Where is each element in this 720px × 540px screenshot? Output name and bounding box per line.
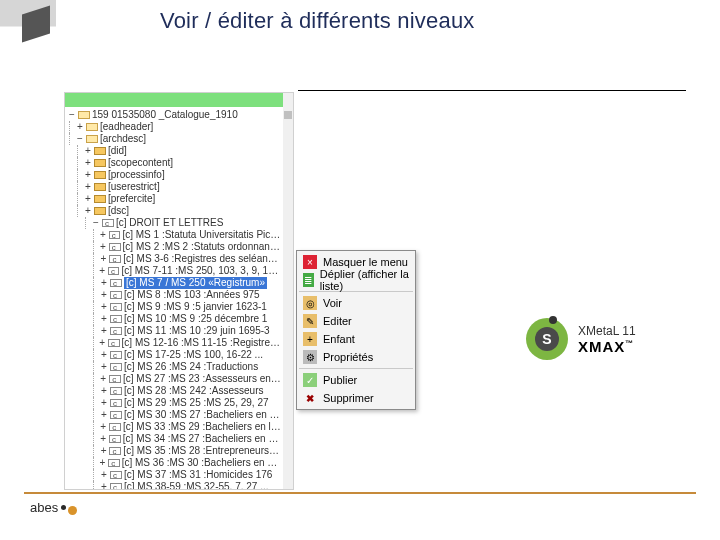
dot-icon xyxy=(68,506,77,515)
tree-row[interactable]: +[c] MS 26 :MS 24 :Traductions xyxy=(67,361,281,373)
tree-row[interactable]: +[c] MS 34 :MS 27 :Bacheliers en éco xyxy=(67,433,281,445)
tree-row[interactable]: +[c] MS 9 :MS 9 :5 janvier 1623-1 xyxy=(67,301,281,313)
expand-glyph-icon[interactable]: + xyxy=(99,253,109,265)
menu-item-eye[interactable]: ◎Voir xyxy=(299,294,413,312)
tree-row[interactable]: −[c] DROIT ET LETTRES xyxy=(67,217,281,229)
menu-item-publish[interactable]: ✓Publier xyxy=(299,371,413,389)
tree-row[interactable]: +[c] MS 29 :MS 25 :MS 25, 29, 27 xyxy=(67,397,281,409)
dot-icon xyxy=(61,505,66,510)
tree-row[interactable]: +[c] MS 38-59 :MS 32-55, 7, 27 ... xyxy=(67,481,281,490)
expand-glyph-icon[interactable]: + xyxy=(98,457,108,469)
tree-row[interactable]: +[c] MS 28 :MS 242 :Assesseurs xyxy=(67,385,281,397)
expand-glyph-icon[interactable]: + xyxy=(99,385,109,397)
expand-glyph-icon[interactable]: + xyxy=(99,409,109,421)
tree-row[interactable]: +[c] MS 12-16 :MS 11-15 :Registres de xyxy=(67,337,281,349)
tree-row[interactable]: +[did] xyxy=(67,145,281,157)
tree-row[interactable]: +[scopecontent] xyxy=(67,157,281,169)
expand-glyph-icon[interactable]: + xyxy=(98,433,108,445)
expand-glyph-icon[interactable]: + xyxy=(99,325,109,337)
expand-glyph-icon[interactable]: + xyxy=(98,337,108,349)
tree-row[interactable]: +[c] MS 30 :MS 27 :Bacheliers en Th xyxy=(67,409,281,421)
eye-icon: ◎ xyxy=(303,296,317,310)
menu-item-child[interactable]: +Enfant xyxy=(299,330,413,348)
tree[interactable]: −159 01535080 _Catalogue_1910+[eadheader… xyxy=(67,109,281,489)
folder-icon xyxy=(94,159,106,167)
expand-glyph-icon[interactable]: + xyxy=(83,205,93,217)
tree-row[interactable]: +[c] MS 36 :MS 30 :Bacheliers en Droit xyxy=(67,457,281,469)
expand-glyph-icon[interactable]: − xyxy=(91,217,101,229)
menu-item-props[interactable]: ⚙Propriétés xyxy=(299,348,413,366)
tree-label: [c] MS 2 :MS 2 :Statuts ordonnances xyxy=(123,241,281,253)
tree-row[interactable]: +[c] MS 27 :MS 23 :Assesseurs en Cr xyxy=(67,373,281,385)
tree-row[interactable]: +[c] MS 8 :MS 103 :Années 975 xyxy=(67,289,281,301)
tree-row[interactable]: −[archdesc] xyxy=(67,133,281,145)
expand-glyph-icon[interactable]: + xyxy=(83,181,93,193)
expand-glyph-icon[interactable]: + xyxy=(99,361,109,373)
expand-glyph-icon[interactable]: + xyxy=(99,481,109,490)
c-icon xyxy=(109,423,121,431)
tree-row[interactable]: +[userestrict] xyxy=(67,181,281,193)
menu-item-tree[interactable]: ≣Déplier (afficher la liste) xyxy=(299,271,413,289)
expand-glyph-icon[interactable]: + xyxy=(99,397,109,409)
tree-row[interactable]: +[c] MS 35 :MS 28 :Entrepreneurs de xyxy=(67,445,281,457)
menu-item-delete[interactable]: ✖Supprimer xyxy=(299,389,413,407)
expand-glyph-icon[interactable]: − xyxy=(67,109,77,121)
tree-row[interactable]: −159 01535080 _Catalogue_1910 xyxy=(67,109,281,121)
tree-row[interactable]: +[c] MS 17-25 :MS 100, 16-22 ... xyxy=(67,349,281,361)
expand-glyph-icon[interactable]: + xyxy=(99,289,109,301)
tree-row[interactable]: +[c] MS 10 :MS 9 :25 décembre 1 xyxy=(67,313,281,325)
expand-glyph-icon[interactable]: + xyxy=(98,421,108,433)
tree-label: [c] MS 17-25 :MS 100, 16-22 ... xyxy=(124,349,263,361)
tree-row[interactable]: +[c] MS 7-11 :MS 250, 103, 3, 9, 10 Liv xyxy=(67,265,281,277)
expand-glyph-icon[interactable]: + xyxy=(99,445,109,457)
expand-glyph-icon[interactable]: − xyxy=(75,133,85,145)
expand-glyph-icon[interactable]: + xyxy=(83,193,93,205)
expand-glyph-icon[interactable]: + xyxy=(83,157,93,169)
tree-row[interactable]: +[c] MS 33 :MS 29 :Bacheliers en litté xyxy=(67,421,281,433)
expand-glyph-icon[interactable]: + xyxy=(97,265,107,277)
menu-label: Déplier (afficher la liste) xyxy=(320,268,409,292)
expand-glyph-icon[interactable]: + xyxy=(98,373,108,385)
tree-label: [c] MS 3-6 :Registres des seléances xyxy=(123,253,281,265)
xmetal-line1: XMetaL 11 xyxy=(578,324,636,338)
expand-glyph-icon[interactable]: + xyxy=(75,121,85,133)
expand-glyph-icon[interactable]: + xyxy=(99,349,109,361)
expand-glyph-icon[interactable]: + xyxy=(99,469,109,481)
tree-icon: ≣ xyxy=(303,273,314,287)
expand-glyph-icon[interactable]: + xyxy=(99,277,109,289)
c-icon xyxy=(109,447,121,455)
c-icon xyxy=(110,279,122,287)
tree-row[interactable]: +[eadheader] xyxy=(67,121,281,133)
tree-row[interactable]: +[prefercite] xyxy=(67,193,281,205)
xmetal-logo-icon: S xyxy=(526,318,568,360)
tree-label: [processinfo] xyxy=(108,169,165,181)
menu-item-pencil[interactable]: ✎Editer xyxy=(299,312,413,330)
c-icon xyxy=(110,327,122,335)
expand-glyph-icon[interactable]: + xyxy=(98,229,108,241)
tree-row[interactable]: +[c] MS 11 :MS 10 :29 juin 1695-3 xyxy=(67,325,281,337)
menu-label: Publier xyxy=(323,374,357,386)
tree-row[interactable]: +[c] MS 2 :MS 2 :Statuts ordonnances xyxy=(67,241,281,253)
menu-label: Supprimer xyxy=(323,392,374,404)
tree-panel: −159 01535080 _Catalogue_1910+[eadheader… xyxy=(64,92,294,490)
c-icon xyxy=(110,387,122,395)
tree-row[interactable]: +[dsc] xyxy=(67,205,281,217)
context-menu[interactable]: ×Masquer le menu≣Déplier (afficher la li… xyxy=(296,250,416,410)
tree-label: [c] MS 27 :MS 23 :Assesseurs en Cr xyxy=(123,373,281,385)
tree-row[interactable]: +[c] MS 3-6 :Registres des seléances xyxy=(67,253,281,265)
tree-row[interactable]: +[c] MS 1 :Statuta Universitatis Pictavi xyxy=(67,229,281,241)
tree-row[interactable]: +[c] MS 37 :MS 31 :Homicides 176 xyxy=(67,469,281,481)
xmetal-line2: XMAX™ xyxy=(578,338,636,355)
tree-label: [c] MS 10 :MS 9 :25 décembre 1 xyxy=(124,313,267,325)
tree-label: [c] MS 26 :MS 24 :Traductions xyxy=(124,361,258,373)
expand-glyph-icon[interactable]: + xyxy=(98,241,108,253)
pencil-icon: ✎ xyxy=(303,314,317,328)
expand-glyph-icon[interactable]: + xyxy=(83,169,93,181)
expand-glyph-icon[interactable]: + xyxy=(99,313,109,325)
expand-glyph-icon[interactable]: + xyxy=(83,145,93,157)
tree-row[interactable]: +[processinfo] xyxy=(67,169,281,181)
tree-row[interactable]: +[c] MS 7 / MS 250 «Registrum» xyxy=(67,277,281,289)
c-icon xyxy=(109,243,121,251)
expand-glyph-icon[interactable]: + xyxy=(99,301,109,313)
tree-scrollbar[interactable] xyxy=(283,93,293,489)
